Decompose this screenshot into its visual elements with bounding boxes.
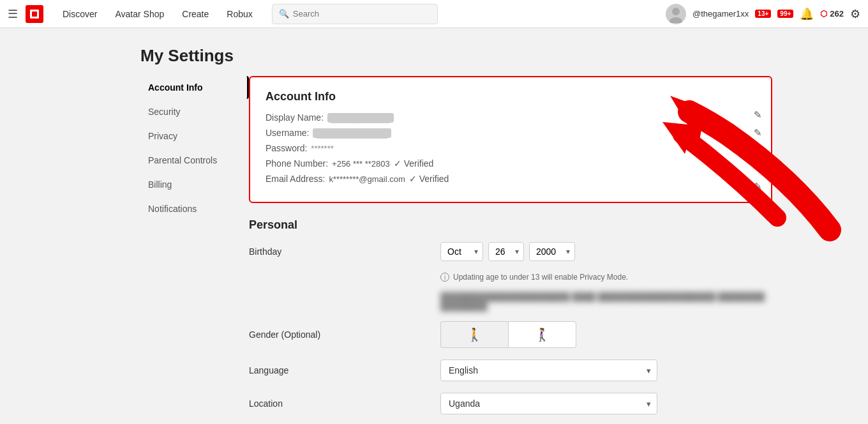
email-verified-badge: ✓ Verified [409, 174, 449, 184]
phone-row: Phone Number: +256 *** **2803 ✓ Verified [266, 158, 756, 169]
search-icon: 🔍 [279, 9, 289, 19]
svg-point-3 [672, 8, 680, 15]
settings-icon[interactable]: ⚙ [850, 7, 860, 21]
location-label: Location [249, 398, 440, 409]
display-name-row: Display Name: ██████████ [266, 112, 756, 123]
language-select[interactable]: English Spanish French German Portuguese… [440, 360, 657, 381]
age-note: i Updating age to under 13 will enable P… [440, 273, 772, 282]
location-row: Location Uganda United States United Kin… [249, 393, 772, 414]
username-value: ████████████ [313, 128, 391, 138]
edit-phone-icon[interactable]: ✎ [754, 163, 762, 174]
email-value: k********@gmail.com [329, 174, 405, 184]
topnav-right: @thegamer1xx 13+ 99+ 🔔 ⬡ 262 ⚙ [666, 4, 860, 24]
birthday-group: JanFebMarApr MayJunJulAug SepOctNovDec 1… [440, 242, 575, 261]
notification-badge[interactable]: 99+ [777, 10, 793, 18]
account-info-section: Account Info Display Name: ██████████ Us… [249, 76, 772, 203]
display-name-value: ██████████ [327, 113, 394, 123]
personal-title: Personal [249, 218, 772, 232]
location-dropdown-wrapper: Uganda United States United Kingdom Cana… [440, 393, 657, 414]
birthday-row: Birthday JanFebMarApr MayJunJulAug SepOc… [249, 242, 772, 261]
content-area: Account Info Security Privacy Parental C… [0, 76, 868, 424]
search-input[interactable] [293, 9, 431, 19]
avatar[interactable] [666, 4, 686, 24]
phone-label: Phone Number: [266, 158, 328, 169]
sidebar-item-notifications[interactable]: Notifications [140, 197, 249, 220]
page-wrapper: My Settings Account Info Security Privac… [0, 28, 868, 424]
account-info-title: Account Info [266, 90, 756, 103]
display-name-label: Display Name: [266, 112, 324, 123]
sidebar-item-parental-controls[interactable]: Parental Controls [140, 149, 249, 172]
robux-icon: ⬡ [820, 9, 827, 19]
username-label: Username: [266, 128, 309, 138]
female-icon: 🚶‍♀️ [534, 327, 550, 342]
birthday-day-wrapper: 12345 678910 1112131415 1617181920 21222… [488, 242, 524, 261]
age-badge: 13+ [755, 10, 771, 18]
language-row: Language English Spanish French German P… [249, 360, 772, 381]
password-value: ******* [311, 144, 333, 153]
phone-verified-badge: ✓ Verified [394, 158, 434, 169]
gender-label: Gender (Optional) [249, 329, 440, 340]
nav-robux[interactable]: Robux [218, 0, 261, 28]
password-label: Password: [266, 143, 307, 153]
location-select[interactable]: Uganda United States United Kingdom Cana… [440, 393, 657, 414]
robux-count: 262 [830, 9, 844, 19]
gender-group: 🚶 🚶‍♀️ [440, 321, 576, 348]
sidebar-item-privacy[interactable]: Privacy [140, 125, 249, 148]
nav-links: Discover Avatar Shop Create Robux [54, 0, 262, 28]
sidebar-item-billing[interactable]: Billing [140, 173, 249, 196]
birthday-year-select[interactable]: 1990199119921993 1994199519961997 199819… [529, 242, 575, 261]
email-row: Email Address: k********@gmail.com ✓ Ver… [266, 174, 756, 184]
gender-row: Gender (Optional) 🚶 🚶‍♀️ [249, 321, 772, 348]
phone-value: +256 *** **2803 [332, 159, 390, 169]
roblox-logo[interactable] [26, 5, 43, 23]
nav-create[interactable]: Create [173, 0, 218, 28]
username-row: Username: ████████████ [266, 128, 756, 138]
edit-icons: ✎ ✎ ✎ ✎ ✎ [754, 109, 762, 192]
gender-male-button[interactable]: 🚶 [440, 321, 508, 348]
robux-display[interactable]: ⬡ 262 [820, 9, 844, 19]
username-display: @thegamer1xx [692, 9, 749, 19]
edit-username-icon[interactable]: ✎ [754, 127, 762, 139]
info-icon: i [440, 273, 449, 282]
birthday-day-select[interactable]: 12345 678910 1112131415 1617181920 21222… [488, 242, 524, 261]
edit-email-icon[interactable]: ✎ [754, 181, 762, 192]
birthday-month-select[interactable]: JanFebMarApr MayJunJulAug SepOctNovDec [440, 242, 483, 261]
menu-icon[interactable]: ☰ [8, 7, 18, 21]
svg-point-4 [670, 17, 682, 23]
edit-display-name-icon[interactable]: ✎ [754, 109, 762, 121]
birthday-year-wrapper: 1990199119921993 1994199519961997 199819… [529, 242, 575, 261]
sidebar: Account Info Security Privacy Parental C… [140, 76, 249, 424]
top-navigation: ☰ Discover Avatar Shop Create Robux 🔍 @t… [0, 0, 868, 28]
age-note-text: Updating age to under 13 will enable Pri… [453, 273, 628, 282]
male-icon: 🚶 [467, 327, 483, 342]
nav-discover[interactable]: Discover [54, 0, 106, 28]
blurred-content-row: ██████████████████████ ████ ████████████… [440, 292, 772, 311]
birthday-month-wrapper: JanFebMarApr MayJunJulAug SepOctNovDec [440, 242, 483, 261]
nav-avatar-shop[interactable]: Avatar Shop [106, 0, 173, 28]
page-title: My Settings [0, 28, 868, 76]
notification-icon[interactable]: 🔔 [800, 7, 814, 21]
personal-section: Personal Birthday JanFebMarApr MayJunJul… [249, 218, 772, 424]
birthday-label: Birthday [249, 246, 440, 257]
sidebar-item-security[interactable]: Security [140, 100, 249, 123]
edit-password-icon[interactable]: ✎ [754, 145, 762, 156]
main-content: Account Info Display Name: ██████████ Us… [249, 76, 772, 424]
gender-female-button[interactable]: 🚶‍♀️ [508, 321, 576, 348]
svg-rect-2 [32, 11, 37, 17]
sidebar-item-account-info[interactable]: Account Info [140, 76, 249, 99]
password-row: Password: ******* [266, 143, 756, 153]
language-dropdown-wrapper: English Spanish French German Portuguese… [440, 360, 657, 381]
language-label: Language [249, 365, 440, 375]
email-label: Email Address: [266, 174, 325, 184]
search-bar[interactable]: 🔍 [272, 4, 438, 24]
